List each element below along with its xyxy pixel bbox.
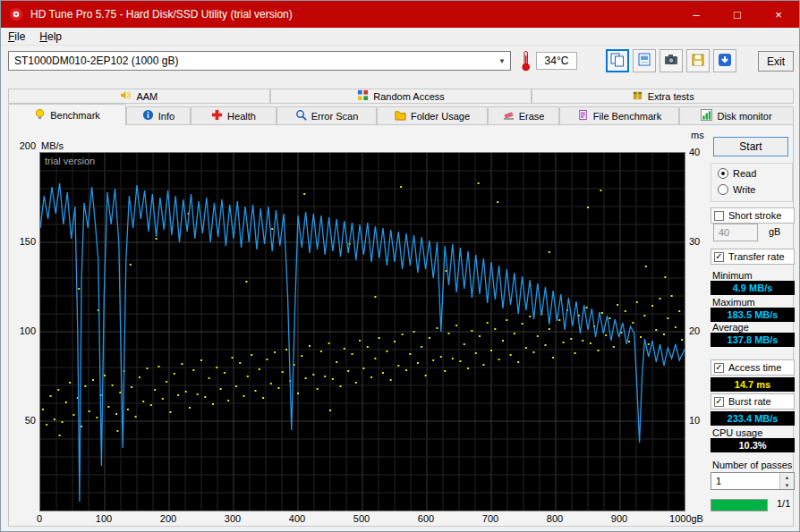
random-access-icon [357,89,369,103]
read-radio[interactable] [718,168,728,179]
lightbulb-icon [34,108,46,122]
tab-error-scan[interactable]: Error Scan [277,106,377,124]
progress-label: 1/1 [777,498,790,509]
tab-file-benchmark[interactable]: File Benchmark [559,106,679,124]
eraser-icon [503,109,515,122]
menu-file[interactable]: File [1,29,32,45]
menu-help[interactable]: Help [32,29,69,45]
x-tick: 1000gB [661,513,711,524]
x-tick: 600 [408,513,444,524]
tab-label: Folder Usage [411,111,470,122]
short-stroke-field[interactable]: 40 [713,224,758,241]
y-right-unit: ms [691,130,704,140]
minimize-button[interactable]: – [676,1,717,28]
tab-health[interactable]: Health [191,106,277,124]
cpu-usage-value: 10.3% [711,438,795,452]
exit-button[interactable]: Exit [758,51,794,72]
x-tick: 100 [86,513,122,524]
window-title: HD Tune Pro 5.75 - Hard Disk/SSD Utility… [30,8,293,21]
copy-screenshot-button[interactable] [633,49,656,72]
y-right-tick: 30 [689,236,712,247]
x-tick: 700 [472,513,508,524]
tab-benchmark[interactable]: Benchmark [8,104,126,125]
tab-folder-usage[interactable]: Folder Usage [377,106,488,124]
transfer-rate-checkbox[interactable]: ✓ [714,252,724,262]
read-write-group: Read Write [711,163,793,202]
tab-random-access[interactable]: Random Access [270,89,532,104]
drive-select[interactable]: ST1000DM010-2EP102 (1000 gB) ▼ [8,51,511,71]
y-left-unit: MB/s [41,140,64,151]
copy-image-icon [636,52,652,71]
screenshot-button[interactable] [660,49,683,72]
burst-rate-checkbox[interactable]: ✓ [714,397,724,407]
tab-label: Random Access [373,91,444,102]
app-icon [9,7,23,21]
y-left-tick: 50 [13,415,36,426]
close-button[interactable]: × [758,1,799,28]
tab-disk-monitor[interactable]: Disk monitor [679,106,794,124]
minimum-value: 4.9 MB/s [711,281,795,295]
progress-bar [711,499,768,511]
folder-icon [395,109,406,122]
tab-label: Disk monitor [717,111,771,122]
passes-label: Number of passes [712,460,792,470]
y-right-tick: 20 [689,325,712,336]
write-radio[interactable] [718,184,728,195]
access-time-checkbox[interactable]: ✓ [714,363,724,373]
chevron-down-icon: ▼ [494,57,510,65]
tab-info[interactable]: Info [126,106,191,124]
short-stroke-unit: gB [769,226,780,237]
transfer-rate-label: Transfer rate [728,251,785,262]
passes-value: 1 [711,473,779,489]
tab-label: Health [227,111,256,122]
thermometer-icon [520,50,532,74]
minimum-label: Minimum [712,270,753,281]
x-tick: 300 [215,513,251,524]
menubar: File Help [1,28,799,46]
short-stroke-label: Short stroke [728,210,781,221]
tab-erase[interactable]: Erase [488,106,559,124]
trial-watermark: trial version [45,156,95,166]
spinner-buttons: ▲ ▼ [779,473,794,489]
burst-rate-label: Burst rate [728,396,771,407]
maximize-button[interactable]: □ [717,1,758,28]
titlebar: HD Tune Pro 5.75 - Hard Disk/SSD Utility… [1,1,799,28]
y-left-tick: 100 [13,325,36,336]
info-icon [142,109,154,122]
average-label: Average [712,322,749,333]
add-results-button[interactable] [713,49,736,72]
passes-spinner[interactable]: 1 ▲ ▼ [711,472,795,490]
x-tick: 800 [537,513,573,524]
x-tick: 500 [344,513,379,524]
spinner-up-icon[interactable]: ▲ [780,473,794,481]
x-tick: 0 [21,513,57,524]
window-controls: – □ × [676,1,799,28]
tab-label: Extra tests [648,91,694,102]
start-button[interactable]: Start [713,137,788,156]
x-tick: 200 [150,513,186,524]
short-stroke-checkbox[interactable] [714,211,724,221]
average-value: 137.8 MB/s [711,333,795,347]
spinner-down-icon[interactable]: ▼ [780,481,794,489]
tab-aam[interactable]: AAM [8,89,270,104]
radio-dot [721,172,725,175]
x-tick: 400 [279,513,315,524]
y-right-tick: 40 [689,147,712,157]
save-results-button[interactable] [686,49,710,72]
maximum-value: 183.5 MB/s [711,308,795,322]
save-icon [690,52,706,71]
copy-icon [609,52,626,71]
download-icon [717,52,733,71]
tab-label: Benchmark [50,110,100,121]
tab-extra-tests[interactable]: Extra tests [532,89,794,104]
access-time-label: Access time [728,362,781,373]
tab-label: Info [158,111,174,122]
burst-rate-row: ✓ Burst rate [711,393,795,410]
access-time-value: 14.7 ms [711,377,795,392]
hd-tune-window: HD Tune Pro 5.75 - Hard Disk/SSD Utility… [0,0,800,532]
copy-info-button[interactable] [606,49,629,72]
y-left-tick: 200 [13,140,36,151]
tab-label: File Benchmark [593,111,661,122]
secondary-tabs: AAM Random Access Extra tests [8,89,794,104]
read-label: Read [733,168,756,179]
